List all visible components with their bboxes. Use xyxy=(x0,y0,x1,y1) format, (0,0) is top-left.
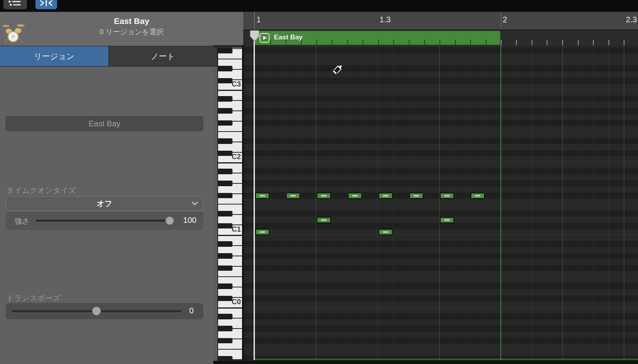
black-key[interactable] xyxy=(218,211,232,216)
note-length-dash xyxy=(475,195,480,197)
grid-row xyxy=(244,223,638,229)
black-key[interactable] xyxy=(218,138,232,144)
grid-row xyxy=(244,205,638,211)
grid-row xyxy=(244,78,638,84)
region-play-icon[interactable] xyxy=(260,33,270,43)
note-length-dash xyxy=(444,195,450,197)
octave-label-C0: C0 xyxy=(225,298,241,306)
black-key[interactable] xyxy=(218,253,232,259)
tab-note[interactable]: ノート xyxy=(109,46,218,66)
black-key[interactable] xyxy=(218,241,232,247)
black-key[interactable] xyxy=(218,266,232,271)
playhead-marker[interactable] xyxy=(249,30,260,44)
grid-row xyxy=(244,350,638,356)
black-key[interactable] xyxy=(218,169,232,174)
midi-note-F#1[interactable] xyxy=(440,193,454,199)
midi-note-C1[interactable] xyxy=(378,229,393,235)
midi-note-D1[interactable] xyxy=(440,217,454,223)
transpose-slider-thumb[interactable] xyxy=(92,307,101,315)
black-key[interactable] xyxy=(218,193,232,199)
black-key[interactable] xyxy=(218,283,232,289)
grid-beat-line xyxy=(439,45,440,360)
white-key-divider xyxy=(218,59,242,59)
keyboard-top-gap xyxy=(213,45,244,48)
midi-note-F#1[interactable] xyxy=(378,193,393,199)
grid-beat-line xyxy=(624,45,624,360)
grid-row xyxy=(244,90,638,96)
midi-note-D1[interactable] xyxy=(317,217,331,223)
octave-divider xyxy=(218,162,242,163)
grid-row xyxy=(244,199,638,205)
midi-note-F#1[interactable] xyxy=(286,193,300,199)
midi-note-F#1[interactable] xyxy=(409,193,423,199)
note-length-dash xyxy=(383,195,388,197)
grid-row xyxy=(244,187,638,193)
note-length-dash xyxy=(444,219,450,220)
ruler-mark-1: 1 xyxy=(256,15,261,24)
region-name-field[interactable]: East Bay xyxy=(6,116,203,131)
grid-division-line xyxy=(485,45,486,360)
region-ruler-tick xyxy=(455,39,456,45)
ruler-mark-2: 2 xyxy=(503,15,507,24)
bar-ruler[interactable]: 11.322.3 xyxy=(243,11,638,30)
grid-division-line xyxy=(408,45,409,360)
lane-ruler-tick xyxy=(578,40,579,45)
midi-note-C1[interactable] xyxy=(255,229,270,235)
black-key[interactable] xyxy=(218,120,232,126)
region-bar[interactable]: East Bay xyxy=(254,31,500,45)
time-quantize-dropdown[interactable]: オフ xyxy=(6,196,203,211)
grid-row xyxy=(244,265,638,271)
black-key[interactable] xyxy=(218,338,232,344)
region-lane: East Bay xyxy=(243,30,638,45)
event-list-button[interactable] xyxy=(3,0,27,10)
grid-beat-line xyxy=(378,45,378,360)
black-key[interactable] xyxy=(218,181,232,186)
catch-playhead-button[interactable] xyxy=(35,0,57,10)
piano-roll-grid[interactable] xyxy=(244,45,638,360)
tab-region[interactable]: リージョン xyxy=(0,46,109,66)
strength-value: 100 xyxy=(179,216,200,225)
black-key[interactable] xyxy=(218,314,232,319)
strength-slider-track[interactable] xyxy=(36,220,173,222)
midi-note-F#1[interactable] xyxy=(317,193,331,199)
grid-row xyxy=(244,174,638,180)
midi-note-F#1[interactable] xyxy=(255,193,270,199)
midi-note-F#1[interactable] xyxy=(348,193,362,199)
grid-division-line xyxy=(331,45,332,360)
region-bottom-border xyxy=(254,359,638,360)
grid-row xyxy=(244,295,638,301)
grid-division-line xyxy=(424,45,424,360)
grid-row xyxy=(244,289,638,295)
white-key-divider xyxy=(218,276,242,277)
grid-row xyxy=(244,162,638,168)
grid-row xyxy=(244,126,638,132)
time-quantize-label: タイムクオンタイズ xyxy=(6,185,76,196)
strength-slider-thumb[interactable] xyxy=(165,216,174,225)
grid-row xyxy=(244,313,638,319)
note-length-dash xyxy=(290,195,296,197)
bottom-edge-strip xyxy=(213,361,638,364)
midi-note-F#1[interactable] xyxy=(471,193,485,199)
black-key[interactable] xyxy=(218,66,232,71)
region-ruler-tick xyxy=(301,39,302,45)
piano-keyboard[interactable]: C3C2C1C0 xyxy=(217,48,242,360)
black-key[interactable] xyxy=(218,96,232,102)
region-inspector-panel: East Bay タイムクオンタイズ オフ 強さ 100 トランスポーズ 0 xyxy=(0,67,213,364)
grid-row xyxy=(244,325,638,331)
grid-row xyxy=(244,150,638,156)
header-text: East Bay 0 リージョンを選択 xyxy=(24,16,239,37)
lane-ruler-tick xyxy=(608,40,609,45)
grid-row xyxy=(244,102,638,108)
black-key[interactable] xyxy=(218,356,232,360)
playhead-line xyxy=(254,38,255,360)
grid-row xyxy=(244,344,638,350)
black-key[interactable] xyxy=(218,48,232,53)
lane-ruler-tick xyxy=(624,40,624,45)
grid-row xyxy=(244,53,638,59)
grid-row xyxy=(244,132,638,138)
black-key[interactable] xyxy=(218,108,232,114)
garageband-piano-roll: East Bay 0 リージョンを選択 リージョン ノート East Bay タ… xyxy=(0,0,638,364)
grid-beat-line xyxy=(316,45,317,360)
black-key[interactable] xyxy=(218,326,232,331)
grid-row xyxy=(244,168,638,174)
